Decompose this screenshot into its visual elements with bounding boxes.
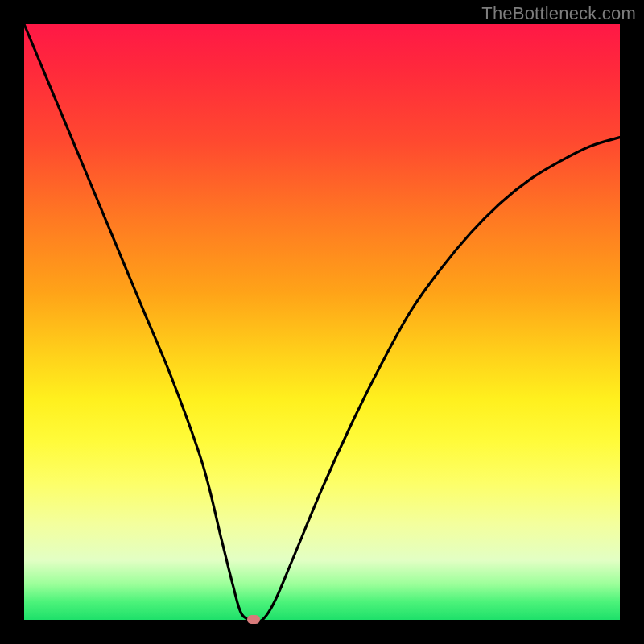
chart-frame: TheBottleneck.com: [0, 0, 644, 644]
chart-svg: [24, 24, 620, 620]
bottleneck-curve-path: [24, 24, 620, 621]
optimum-marker: [247, 615, 260, 624]
watermark-text: TheBottleneck.com: [481, 3, 636, 24]
plot-area: [24, 24, 620, 620]
